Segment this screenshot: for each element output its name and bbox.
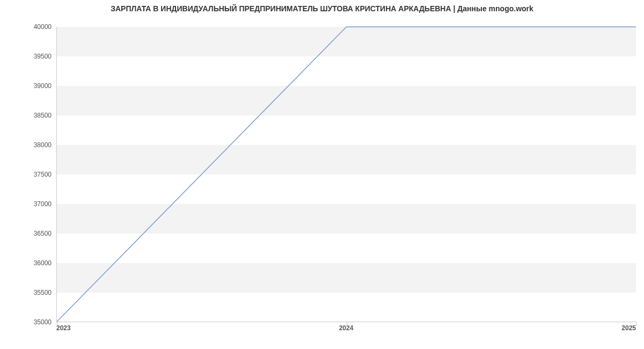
y-tick-label: 37500 xyxy=(3,171,52,178)
y-tick-label: 38500 xyxy=(3,112,52,119)
x-tick-label: 2025 xyxy=(621,324,636,332)
line-chart: ЗАРПЛАТА В ИНДИВИДУАЛЬНЫЙ ПРЕДПРИНИМАТЕЛ… xyxy=(0,0,644,349)
plot-area xyxy=(56,27,636,322)
y-tick-label: 35500 xyxy=(3,289,52,296)
x-tick-mark xyxy=(347,322,347,326)
y-tick-label: 36000 xyxy=(3,259,52,267)
series-line xyxy=(57,27,636,322)
y-tick-label: 35000 xyxy=(3,318,52,326)
x-tick-mark xyxy=(57,322,57,326)
y-tick-label: 39000 xyxy=(3,82,52,90)
y-tick-label: 37000 xyxy=(3,200,52,208)
x-tick-label: 2023 xyxy=(56,324,71,332)
y-tick-label: 38000 xyxy=(3,141,52,149)
y-tick-label: 39500 xyxy=(3,53,52,60)
chart-line-layer xyxy=(57,27,636,322)
x-tick-label: 2024 xyxy=(339,324,354,332)
y-tick-label: 40000 xyxy=(3,23,52,31)
chart-title: ЗАРПЛАТА В ИНДИВИДУАЛЬНЫЙ ПРЕДПРИНИМАТЕЛ… xyxy=(0,4,644,13)
x-tick-mark xyxy=(636,322,636,326)
y-tick-label: 36500 xyxy=(3,230,52,237)
